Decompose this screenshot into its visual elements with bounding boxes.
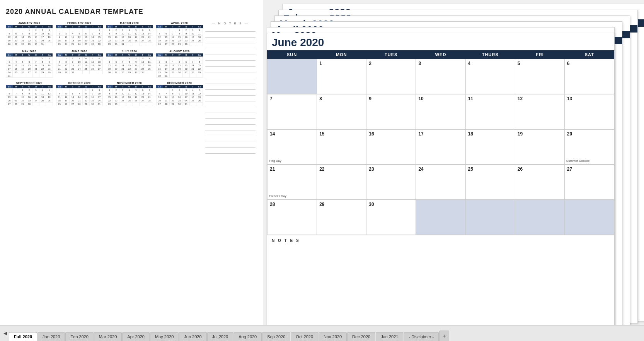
mini-day-cell: 19 — [76, 39, 83, 43]
mini-day-cell: 24 — [140, 67, 146, 71]
mini-day-cell: 6 — [113, 60, 119, 64]
mini-day-cell: 1 — [126, 57, 133, 60]
mini-day-cell: 14 — [32, 64, 39, 67]
mini-day-cell: 26 — [46, 99, 53, 103]
left-panel: 2020 ANNUAL CALENDAR TEMPLATE JANUARY 20… — [0, 0, 263, 325]
mini-day-cell: 28 — [32, 71, 39, 74]
tab-mar-2020[interactable]: Mar 2020 — [94, 332, 122, 341]
mini-day-cell: 29 — [39, 71, 46, 74]
mini-day-cell: 27 — [83, 43, 89, 46]
tab-jul-2020[interactable]: Jul 2020 — [207, 332, 233, 341]
mini-day-cell: 12 — [176, 64, 183, 67]
mini-header: M — [63, 85, 69, 89]
tab-feb-2020[interactable]: Feb 2020 — [65, 332, 93, 341]
tab-apr-2020[interactable]: Apr 2020 — [122, 332, 150, 341]
mini-day-cell: 17 — [32, 96, 39, 99]
tab---disclaimer--[interactable]: - Disclaimer - — [404, 332, 439, 341]
mini-day-cell: 4 — [56, 92, 63, 96]
mini-day-cell: 16 — [46, 64, 53, 67]
mini-day-cell: 20 — [156, 99, 163, 103]
tab-may-2020[interactable]: May 2020 — [150, 332, 179, 341]
mini-day-cell: 2 — [113, 29, 119, 32]
notes-line — [205, 26, 256, 32]
cell-jun-25: 25 — [466, 165, 515, 200]
mini-header: F — [89, 53, 96, 57]
notes-line — [205, 67, 256, 72]
mini-header: R — [83, 53, 89, 57]
mini-day-cell: 18 — [189, 96, 196, 99]
mini-day-cell: 1 — [106, 29, 113, 32]
mini-header: R — [32, 85, 39, 89]
mini-day-cell: 15 — [176, 36, 183, 39]
mini-day-cell: 19 — [106, 67, 113, 71]
notes-section: — N O T E S — — [205, 22, 256, 154]
mini-day-cell: 31 — [163, 74, 169, 78]
cell-jun-2: 2 — [366, 59, 416, 94]
mini-day-cell: 18 — [39, 96, 46, 99]
mini-day-cell: 12 — [156, 36, 163, 39]
mini-header: Sa — [196, 53, 203, 57]
mini-day-cell: 28 — [119, 71, 126, 74]
mini-day-cell: 24 — [96, 99, 102, 103]
mini-day-cell — [140, 103, 146, 106]
mini-day-cell: 23 — [56, 43, 63, 46]
mini-day-cell: 23 — [183, 39, 189, 43]
notes-line — [205, 32, 256, 38]
mini-day-cell: 9 — [89, 92, 96, 96]
mini-day-cell: 25 — [83, 67, 89, 71]
mini-day-cell: 23 — [176, 99, 183, 103]
tab-nov-2020[interactable]: Nov 2020 — [319, 332, 347, 341]
mini-day-cell: 3 — [119, 29, 126, 32]
mini-header: T — [69, 25, 76, 29]
mini-day-cell: 20 — [6, 99, 13, 103]
jun-week3: 14Flag Day 15 16 17 18 19 20Summer Solst… — [267, 129, 614, 165]
cell-jun-29: 29 — [317, 200, 366, 235]
mini-day-cell — [156, 57, 163, 60]
mini-month-january: JANUARY 2020SuMTWRFSa1234567891011121314… — [6, 22, 53, 46]
tab-nav-left[interactable]: ◀ — [2, 329, 9, 338]
mini-day-cell: 5 — [133, 89, 139, 92]
tab-jun-2020[interactable]: Jun 2020 — [179, 332, 206, 341]
mini-header: F — [140, 25, 146, 29]
tab-oct-2020[interactable]: Oct 2020 — [291, 332, 318, 341]
notes-line — [205, 119, 256, 125]
cell-jun-19: 19 — [515, 130, 565, 165]
mini-header: R — [183, 53, 189, 57]
mini-day-cell: 28 — [163, 103, 169, 106]
jun-week1: 1 2 3 4 5 6 — [267, 59, 614, 94]
mini-month-march: MARCH 2020SuMTWRFSa123456789101112131415… — [106, 22, 153, 46]
mini-day-cell — [176, 74, 183, 78]
mini-day-cell: 8 — [26, 32, 32, 36]
mini-day-cell: 14 — [169, 36, 176, 39]
tab-full-2020[interactable]: Full 2020 — [9, 332, 37, 341]
mini-day-cell: 8 — [96, 32, 102, 36]
mini-day-cell: 18 — [56, 99, 63, 103]
mini-day-cell: 5 — [156, 32, 163, 36]
tab-aug-2020[interactable]: Aug 2020 — [233, 332, 262, 341]
cell-jun-23: 23 — [366, 165, 416, 200]
mini-day-cell: 21 — [56, 67, 63, 71]
cell-jun-12: 12 — [515, 94, 565, 129]
tab-dec-2020[interactable]: Dec 2020 — [347, 332, 375, 341]
mini-day-cell: 4 — [189, 89, 196, 92]
mini-header: F — [39, 85, 46, 89]
mini-day-cell: 25 — [126, 39, 133, 43]
mini-day-cell: 28 — [146, 39, 153, 43]
tab-sep-2020[interactable]: Sep 2020 — [262, 332, 290, 341]
notes-line — [205, 96, 256, 101]
mini-day-cell: 22 — [106, 99, 113, 103]
mini-day-cell: 14 — [146, 32, 153, 36]
mini-month-november: NOVEMBER 2020SuMTWRFSa123456789101112131… — [106, 82, 153, 106]
mini-day-cell: 12 — [106, 64, 113, 67]
mini-header: F — [89, 85, 96, 89]
cell-jun-21: 21Father's Day — [267, 165, 317, 200]
tab-jan-2021[interactable]: Jan 2021 — [376, 332, 403, 341]
mini-header: W — [176, 53, 183, 57]
mini-day-cell: 11 — [13, 64, 19, 67]
tab-add-button[interactable]: + — [439, 331, 449, 341]
mini-header: T — [19, 53, 26, 57]
tab-jan-2020[interactable]: Jan 2020 — [37, 332, 65, 341]
mini-day-cell: 16 — [176, 96, 183, 99]
mini-day-cell: 2 — [46, 57, 53, 60]
mini-day-cell: 7 — [189, 60, 196, 64]
